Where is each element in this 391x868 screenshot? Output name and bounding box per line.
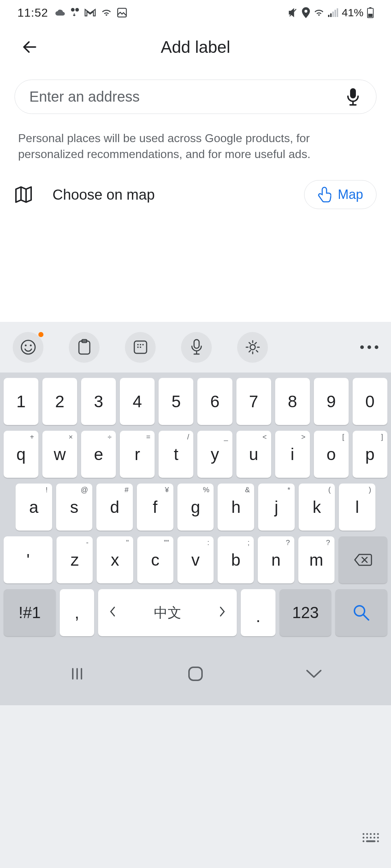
key-search[interactable] bbox=[335, 589, 387, 636]
key-s[interactable]: @s bbox=[56, 484, 93, 531]
touch-icon bbox=[318, 187, 331, 203]
key-3[interactable]: 3 bbox=[81, 378, 116, 425]
key-k[interactable]: (k bbox=[299, 484, 335, 531]
backspace-icon bbox=[353, 553, 372, 567]
arrow-left-icon bbox=[20, 38, 39, 56]
status-time: 11:52 bbox=[17, 6, 48, 20]
svg-rect-4 bbox=[330, 13, 332, 17]
keyboard-icon bbox=[361, 832, 380, 845]
key-7[interactable]: 7 bbox=[236, 378, 271, 425]
key-numeric[interactable]: 123 bbox=[279, 589, 332, 636]
key-t[interactable]: /t bbox=[159, 431, 193, 478]
svg-rect-10 bbox=[368, 14, 373, 17]
svg-point-22 bbox=[140, 346, 141, 348]
clipboard-button[interactable] bbox=[69, 332, 100, 363]
chevron-left-icon bbox=[109, 605, 116, 621]
svg-point-31 bbox=[377, 833, 379, 835]
clipboard-icon bbox=[77, 339, 92, 356]
key-j[interactable]: *j bbox=[258, 484, 295, 531]
svg-point-14 bbox=[30, 345, 31, 346]
settings-button[interactable] bbox=[237, 332, 268, 363]
key-period[interactable]: . bbox=[241, 589, 276, 636]
choose-on-map-row[interactable]: Choose on map Map bbox=[0, 162, 391, 209]
key-comma[interactable]: , bbox=[60, 589, 94, 636]
signal-icon bbox=[328, 8, 338, 17]
voice-input-button[interactable] bbox=[181, 332, 212, 363]
key-q[interactable]: +q bbox=[4, 431, 38, 478]
emoji-icon bbox=[20, 339, 36, 355]
choose-on-map-label: Choose on map bbox=[52, 187, 284, 203]
key-b[interactable]: ;b bbox=[218, 536, 254, 583]
key-a[interactable]: !a bbox=[16, 484, 52, 531]
svg-point-24 bbox=[250, 345, 255, 350]
map-button[interactable]: Map bbox=[304, 180, 377, 209]
notification-dot bbox=[38, 332, 43, 337]
key-backspace[interactable] bbox=[339, 536, 387, 583]
key-w[interactable]: ×w bbox=[42, 431, 77, 478]
status-bar: 11:52 41% bbox=[0, 0, 391, 25]
mic-button[interactable] bbox=[344, 88, 362, 106]
svg-point-35 bbox=[374, 837, 375, 839]
emoji-button[interactable] bbox=[13, 332, 43, 363]
key-o[interactable]: [o bbox=[314, 431, 349, 478]
more-button[interactable] bbox=[360, 345, 378, 349]
back-nav-button[interactable] bbox=[294, 663, 334, 685]
kb-row-3: !a @s #d ¥f %g &h *j (k )l bbox=[4, 484, 387, 531]
home-button[interactable] bbox=[176, 663, 215, 685]
cloud-icon bbox=[53, 8, 66, 17]
info-text: Personal places will be used across Goog… bbox=[0, 114, 391, 162]
address-search-box[interactable] bbox=[14, 80, 377, 114]
key-x[interactable]: "x bbox=[97, 536, 133, 583]
svg-point-21 bbox=[137, 346, 139, 348]
key-1[interactable]: 1 bbox=[4, 378, 38, 425]
key-r[interactable]: =r bbox=[120, 431, 155, 478]
battery-text: 41% bbox=[342, 7, 363, 19]
data-transfer-icon bbox=[71, 8, 79, 18]
keyboard-collapse-button[interactable] bbox=[361, 832, 380, 846]
key-l[interactable]: )l bbox=[339, 484, 375, 531]
kb-row-4: ' -z "x ""c :v ;b ?n ?m bbox=[4, 536, 387, 583]
keyboard-toolbar bbox=[0, 322, 391, 373]
key-c[interactable]: ""c bbox=[137, 536, 173, 583]
key-v[interactable]: :v bbox=[177, 536, 214, 583]
key-g[interactable]: %g bbox=[177, 484, 214, 531]
key-n[interactable]: ?n bbox=[258, 536, 294, 583]
key-u[interactable]: <u bbox=[236, 431, 271, 478]
search-icon bbox=[352, 604, 370, 622]
sticker-button[interactable] bbox=[125, 332, 156, 363]
key-5[interactable]: 5 bbox=[159, 378, 193, 425]
key-space[interactable]: 中文 bbox=[98, 589, 237, 636]
key-z[interactable]: -z bbox=[56, 536, 93, 583]
svg-point-18 bbox=[137, 344, 139, 345]
key-2[interactable]: 2 bbox=[42, 378, 77, 425]
map-button-label: Map bbox=[338, 187, 363, 202]
svg-point-19 bbox=[140, 344, 141, 345]
key-8[interactable]: 8 bbox=[275, 378, 310, 425]
key-0[interactable]: 0 bbox=[353, 378, 387, 425]
key-apostrophe[interactable]: ' bbox=[4, 536, 52, 583]
key-9[interactable]: 9 bbox=[314, 378, 349, 425]
back-button[interactable] bbox=[14, 32, 45, 62]
key-6[interactable]: 6 bbox=[197, 378, 232, 425]
key-h[interactable]: &h bbox=[218, 484, 254, 531]
svg-point-29 bbox=[370, 833, 372, 835]
key-m[interactable]: ?m bbox=[298, 536, 335, 583]
svg-rect-6 bbox=[335, 10, 336, 17]
wifi-icon bbox=[101, 8, 112, 17]
key-e[interactable]: ÷e bbox=[81, 431, 116, 478]
language-label: 中文 bbox=[154, 604, 181, 622]
key-4[interactable]: 4 bbox=[120, 378, 155, 425]
mute-icon bbox=[288, 8, 298, 18]
key-i[interactable]: >i bbox=[275, 431, 310, 478]
svg-rect-38 bbox=[366, 841, 375, 842]
microphone-icon bbox=[346, 88, 360, 106]
svg-point-1 bbox=[75, 8, 79, 12]
key-p[interactable]: ]p bbox=[353, 431, 387, 478]
recents-button[interactable] bbox=[57, 663, 97, 685]
address-input[interactable] bbox=[29, 89, 337, 105]
key-symbols[interactable]: !#1 bbox=[4, 589, 56, 636]
key-y[interactable]: _y bbox=[197, 431, 232, 478]
key-f[interactable]: ¥f bbox=[137, 484, 173, 531]
key-d[interactable]: #d bbox=[96, 484, 133, 531]
svg-point-20 bbox=[142, 344, 144, 345]
